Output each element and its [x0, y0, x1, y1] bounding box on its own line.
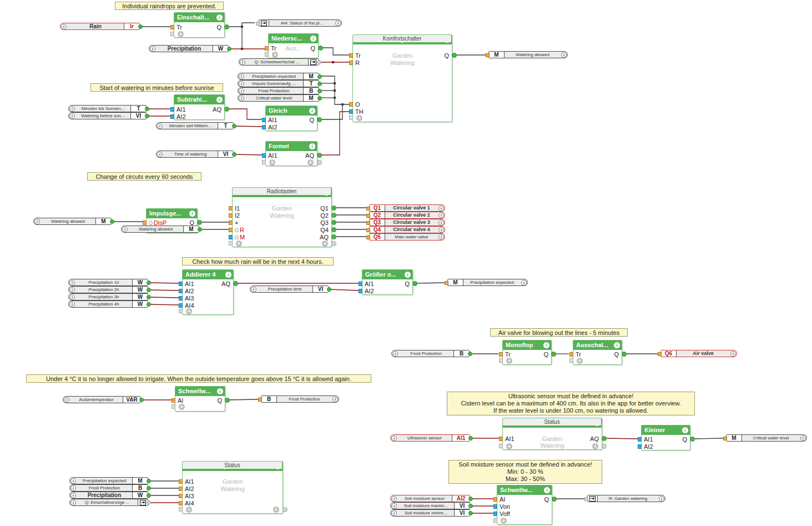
info-icon[interactable]: i [310, 36, 316, 42]
function-block-status-circular-valves[interactable]: Status circular valvesiRadiotastenGarden… [232, 187, 332, 247]
info-icon[interactable]: i [122, 226, 128, 232]
add-port-icon[interactable]: + [356, 115, 362, 121]
info-icon[interactable]: i [69, 294, 75, 300]
info-icon[interactable]: i [405, 272, 411, 278]
info-icon[interactable]: i [63, 397, 70, 403]
input-capsule[interactable]: iQ: Einschaltverzöge ...⇥ [69, 499, 148, 506]
input-nub-icon[interactable] [493, 512, 497, 516]
input-nub-icon[interactable] [229, 206, 233, 211]
capsule-input-nub-icon[interactable] [486, 53, 490, 57]
input-nub-icon[interactable] [179, 289, 183, 293]
input-nub-icon[interactable] [229, 235, 233, 239]
output-nub-icon[interactable] [224, 107, 229, 112]
add-port-icon[interactable]: + [272, 52, 278, 58]
input-port[interactable]: AI1 [644, 436, 653, 443]
output-port[interactable]: Q3 [320, 219, 329, 227]
output-port[interactable]: Q4 [320, 227, 329, 234]
output-port[interactable]: AQ [221, 280, 230, 288]
input-capsule[interactable]: iMinuten seit Mittern...T [156, 122, 234, 129]
info-icon[interactable]: i [438, 234, 445, 240]
output-port[interactable]: Q [309, 117, 314, 124]
input-capsule[interactable]: iPrecipitation expectedM [69, 477, 148, 484]
info-icon[interactable]: i [614, 342, 620, 348]
function-block-gleich[interactable]: GleichiAI1AI2Q [265, 106, 317, 131]
info-icon[interactable]: i [216, 97, 223, 103]
function-block-schwellw[interactable]: Schwellw...iAIVonVoffQ+ [497, 485, 552, 525]
output-capsule[interactable]: BFrost Protectioni [261, 395, 339, 403]
capsule-output-nub-icon[interactable] [145, 107, 149, 111]
info-icon[interactable]: i [238, 81, 245, 87]
output-capsule[interactable]: Q1Circular valve 1i [369, 204, 445, 212]
input-port[interactable]: R [235, 227, 244, 234]
info-icon[interactable]: i [391, 503, 397, 509]
output-nub-icon[interactable] [412, 281, 417, 286]
output-capsule[interactable]: Q5Main water valvei [369, 233, 445, 241]
capsule-output-nub-icon[interactable] [145, 114, 149, 118]
input-nub-icon[interactable] [229, 213, 233, 218]
function-block-niedersc[interactable]: Niedersc...iAus...TrQ+ [268, 33, 319, 58]
annotation-note[interactable]: Check how much rain will be in the next … [182, 257, 334, 265]
annotation-note[interactable]: Individual raindrops are prevented. [115, 2, 224, 10]
output-port[interactable]: Q [544, 496, 549, 503]
info-icon[interactable]: i [438, 205, 445, 211]
input-nub-icon[interactable] [179, 494, 183, 498]
info-icon[interactable]: i [225, 272, 231, 278]
capsule-output-nub-icon[interactable] [139, 398, 144, 402]
input-port[interactable]: AI2 [185, 288, 194, 295]
input-nub-icon[interactable] [179, 501, 183, 505]
capsule-input-nub-icon[interactable] [366, 228, 370, 232]
info-icon[interactable]: i [217, 388, 223, 394]
input-port[interactable]: AI2 [185, 485, 194, 493]
info-icon[interactable]: i [730, 350, 737, 357]
info-icon[interactable]: i [391, 495, 397, 502]
output-port[interactable]: Q [543, 351, 548, 358]
input-nub-icon[interactable] [499, 437, 503, 441]
output-port[interactable]: Q [682, 436, 687, 443]
input-nub-icon[interactable] [493, 497, 497, 502]
output-capsule[interactable]: Q3Circular valve 3i [369, 219, 445, 226]
output-port[interactable]: Q2 [320, 212, 329, 219]
output-nub-icon[interactable] [197, 220, 202, 225]
input-capsule[interactable]: iPrecipitation 3hW [68, 293, 148, 300]
add-port-icon[interactable]: + [186, 308, 192, 314]
output-nub-icon[interactable] [331, 227, 336, 232]
info-icon[interactable]: i [309, 143, 315, 149]
info-icon[interactable]: i [335, 20, 341, 26]
input-port[interactable]: AI2 [268, 124, 278, 131]
input-nub-icon[interactable] [638, 437, 642, 442]
info-icon[interactable]: i [239, 59, 246, 65]
capsule-output-nub-icon[interactable] [468, 511, 473, 515]
info-icon[interactable]: i [34, 218, 41, 224]
input-port[interactable]: I1 [235, 205, 240, 212]
input-nub-icon[interactable] [265, 46, 269, 51]
output-port[interactable]: Q [614, 351, 619, 358]
input-capsule[interactable]: iPrecipitationW [69, 492, 148, 499]
capsule-input-nub-icon[interactable] [366, 236, 370, 239]
capsule-output-nub-icon[interactable] [110, 219, 114, 224]
output-port[interactable]: Q [405, 280, 410, 288]
input-port[interactable]: AI1 [185, 478, 194, 485]
input-nub-icon[interactable] [179, 296, 183, 300]
capsule-output-nub-icon[interactable] [147, 500, 151, 505]
info-icon[interactable]: i [438, 219, 445, 226]
input-port[interactable]: Tr [355, 52, 361, 59]
input-port[interactable]: AI3 [185, 295, 194, 302]
input-capsule[interactable]: iPrecipitation limitVI [250, 285, 329, 293]
info-icon[interactable]: i [238, 88, 245, 94]
input-port[interactable]: Von [500, 503, 510, 510]
capsule-input-nub-icon[interactable] [258, 398, 262, 402]
input-capsule[interactable]: iSoil moisture sensorAI2 [390, 495, 470, 502]
annotation-note[interactable]: Soil moisture sensor must be defined in … [448, 460, 602, 484]
output-nub-icon[interactable] [602, 436, 607, 441]
output-capsule[interactable]: MCritical water leveli [726, 434, 807, 442]
output-port[interactable]: Q1 [320, 205, 329, 212]
input-capsule[interactable]: iSoil moisture maxim...VI [390, 502, 470, 509]
info-icon[interactable]: i [309, 108, 315, 114]
capsule-output-nub-icon[interactable] [468, 497, 473, 501]
capsule-output-nub-icon[interactable] [232, 152, 236, 157]
info-icon[interactable]: i [332, 396, 339, 402]
input-capsule[interactable]: iWatering allowedM [121, 226, 199, 233]
info-icon[interactable]: i [521, 279, 527, 285]
output-capsule[interactable]: Q4Circular valve 4i [369, 226, 445, 233]
input-nub-icon[interactable] [170, 25, 174, 29]
